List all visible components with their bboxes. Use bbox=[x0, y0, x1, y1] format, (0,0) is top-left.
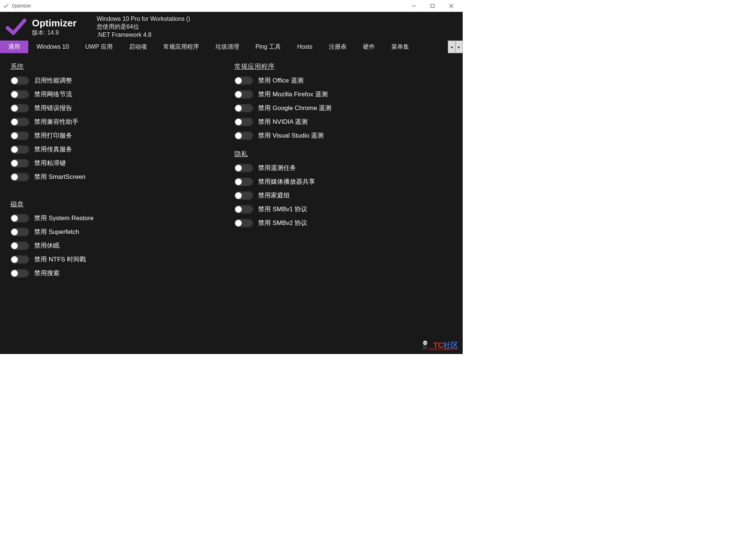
privacy-toggle-0[interactable] bbox=[234, 164, 253, 172]
svg-rect-1 bbox=[431, 4, 434, 7]
tab-scroll-left[interactable]: ◄ bbox=[448, 41, 455, 53]
toggle-knob bbox=[235, 178, 242, 185]
privacy-label-0: 禁用遥测任务 bbox=[258, 164, 296, 172]
system-label-4: 禁用打印服务 bbox=[34, 131, 72, 140]
apps-toggle-1[interactable] bbox=[234, 90, 253, 99]
logo-icon bbox=[4, 16, 27, 38]
section-system-title: 系统 bbox=[10, 62, 228, 71]
system-toggle-0[interactable] bbox=[10, 77, 29, 85]
left-column: 系统 启用性能调整禁用网络节流禁用错误报告禁用兼容性助手禁用打印服务禁用传真服务… bbox=[10, 60, 228, 347]
disk-toggle-4[interactable] bbox=[10, 269, 29, 277]
privacy-label-2: 禁用家庭组 bbox=[258, 191, 290, 200]
apps-toggle-4[interactable] bbox=[234, 132, 253, 140]
section-privacy-title: 隐私 bbox=[234, 149, 452, 158]
toggle-knob bbox=[235, 105, 242, 112]
system-toggle-4[interactable] bbox=[10, 132, 29, 140]
toggle-knob bbox=[235, 165, 242, 171]
toggle-knob bbox=[11, 77, 18, 84]
tab-10[interactable]: 菜单集 bbox=[383, 41, 417, 53]
disk-toggle-2[interactable] bbox=[10, 242, 29, 250]
tab-7[interactable]: Hosts bbox=[289, 41, 321, 53]
tab-2[interactable]: UWP 应用 bbox=[77, 41, 121, 53]
disk-toggle-1[interactable] bbox=[10, 228, 29, 236]
privacy-row-0: 禁用遥测任务 bbox=[234, 164, 452, 172]
titlebar: Optimizer bbox=[0, 0, 463, 12]
system-label-3: 禁用兼容性助手 bbox=[34, 118, 78, 126]
system-label-1: 禁用网络节流 bbox=[34, 90, 72, 99]
privacy-toggle-3[interactable] bbox=[234, 205, 253, 213]
privacy-label-3: 禁用 SMBv1 协议 bbox=[258, 205, 307, 213]
tab-6[interactable]: Ping 工具 bbox=[247, 41, 289, 53]
apps-label-1: 禁用 Mozilla Firefox 遥测 bbox=[258, 90, 328, 99]
apps-row-1: 禁用 Mozilla Firefox 遥测 bbox=[234, 90, 452, 99]
apps-toggle-0[interactable] bbox=[234, 77, 253, 85]
disk-row-4: 禁用搜索 bbox=[10, 269, 228, 277]
system-row-1: 禁用网络节流 bbox=[10, 90, 228, 99]
system-toggle-3[interactable] bbox=[10, 118, 29, 126]
tab-9[interactable]: 硬件 bbox=[355, 41, 383, 53]
tab-scroll-right[interactable]: ► bbox=[455, 41, 463, 53]
section-apps-title: 常规应用程序 bbox=[234, 62, 452, 71]
system-row-5: 禁用传真服务 bbox=[10, 145, 228, 154]
tab-1[interactable]: Windows 10 bbox=[28, 41, 77, 53]
tab-3[interactable]: 启动项 bbox=[121, 41, 155, 53]
toggle-knob bbox=[11, 132, 18, 139]
toggle-knob bbox=[11, 105, 18, 112]
right-column: 常规应用程序 禁用 Office 遥测禁用 Mozilla Firefox 遥测… bbox=[234, 60, 452, 347]
toggle-knob bbox=[235, 192, 242, 199]
toggle-knob bbox=[11, 270, 18, 277]
system-toggle-7[interactable] bbox=[10, 173, 29, 181]
close-button[interactable] bbox=[446, 1, 457, 10]
apps-label-4: 禁用 Visual Studio 遥测 bbox=[258, 131, 324, 140]
privacy-row-1: 禁用媒体播放器共享 bbox=[234, 177, 452, 186]
maximize-button[interactable] bbox=[427, 1, 438, 10]
tab-0[interactable]: 通用 bbox=[0, 41, 28, 53]
watermark: TC 社区 www.tcsqw.com bbox=[419, 339, 458, 351]
disk-row-1: 禁用 Superfetch bbox=[10, 228, 228, 236]
toggle-knob bbox=[235, 77, 242, 84]
system-toggle-1[interactable] bbox=[10, 90, 29, 99]
tab-8[interactable]: 注册表 bbox=[321, 41, 355, 53]
toggle-knob bbox=[11, 160, 18, 167]
disk-row-0: 禁用 System Restore bbox=[10, 214, 228, 222]
apps-label-3: 禁用 NVIDIA 遥测 bbox=[258, 118, 308, 126]
privacy-toggle-4[interactable] bbox=[234, 219, 253, 227]
privacy-row-4: 禁用 SMBv2 协议 bbox=[234, 219, 452, 227]
system-row-4: 禁用打印服务 bbox=[10, 131, 228, 140]
version-label: 版本: bbox=[32, 29, 45, 36]
disk-toggle-0[interactable] bbox=[10, 214, 29, 222]
apps-toggle-2[interactable] bbox=[234, 104, 253, 112]
version: 版本: 14.9 bbox=[32, 29, 77, 37]
tab-bar: 通用Windows 10UWP 应用启动项常规应用程序垃圾清理Ping 工具Ho… bbox=[0, 41, 463, 53]
apps-row-3: 禁用 NVIDIA 遥测 bbox=[234, 118, 452, 126]
tab-5[interactable]: 垃圾清理 bbox=[207, 41, 247, 53]
system-toggle-5[interactable] bbox=[10, 145, 29, 154]
window-controls bbox=[408, 1, 457, 10]
svg-rect-5 bbox=[423, 345, 427, 350]
system-row-0: 启用性能调整 bbox=[10, 76, 228, 85]
system-label-0: 启用性能调整 bbox=[34, 76, 72, 85]
toggle-knob bbox=[235, 91, 242, 98]
system-row-6: 禁用粘滞键 bbox=[10, 159, 228, 167]
tab-4[interactable]: 常规应用程序 bbox=[155, 41, 207, 53]
system-label-5: 禁用传真服务 bbox=[34, 145, 72, 154]
disk-toggle-3[interactable] bbox=[10, 255, 29, 264]
system-toggle-2[interactable] bbox=[10, 104, 29, 112]
system-toggle-6[interactable] bbox=[10, 159, 29, 167]
apps-row-2: 禁用 Google Chrome 遥测 bbox=[234, 104, 452, 112]
system-row-7: 禁用 SmartScreen bbox=[10, 173, 228, 181]
privacy-toggle-2[interactable] bbox=[234, 192, 253, 200]
minimize-button[interactable] bbox=[408, 1, 420, 10]
window-title: Optimizer bbox=[12, 3, 408, 9]
app-body: Optimizer 版本: 14.9 Windows 10 Pro for Wo… bbox=[0, 12, 463, 354]
net-line: .NET Framework 4.8 bbox=[97, 32, 190, 38]
toggle-knob bbox=[11, 146, 18, 153]
system-info: Windows 10 Pro for Workstations () 您使用的是… bbox=[97, 16, 190, 38]
privacy-toggle-1[interactable] bbox=[234, 178, 253, 186]
disk-row-2: 禁用休眠 bbox=[10, 241, 228, 250]
disk-label-2: 禁用休眠 bbox=[34, 241, 60, 250]
version-value: 14.9 bbox=[47, 29, 59, 36]
toggle-knob bbox=[11, 119, 18, 125]
apps-toggle-3[interactable] bbox=[234, 118, 253, 126]
privacy-label-1: 禁用媒体播放器共享 bbox=[258, 177, 315, 186]
